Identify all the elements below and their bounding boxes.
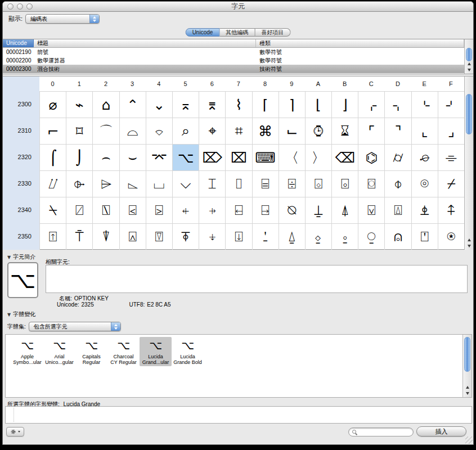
- grid-cell[interactable]: ⌯: [438, 144, 464, 170]
- grid-cell[interactable]: ⍜: [358, 223, 384, 250]
- grid-cell[interactable]: ⍞: [411, 223, 438, 250]
- grid-cell[interactable]: ⌤: [146, 144, 172, 170]
- grid-cell[interactable]: ⌿: [438, 170, 464, 197]
- grid-cell[interactable]: ⌊: [305, 91, 331, 118]
- grid-cell[interactable]: ⌮: [411, 144, 438, 170]
- grid-cell[interactable]: ⍟: [438, 223, 464, 250]
- grid-cell[interactable]: ⍃: [119, 197, 146, 223]
- grid-cell[interactable]: ⍅: [172, 197, 199, 223]
- grid-cell[interactable]: ⍏: [438, 197, 464, 223]
- grid-cell[interactable]: ⌾: [411, 170, 438, 197]
- tab-unicode[interactable]: Unicode: [186, 28, 220, 37]
- grid-cell[interactable]: ⌺: [305, 170, 331, 197]
- grid-cell[interactable]: ⌱: [66, 170, 92, 197]
- grid-cell[interactable]: ⌽: [384, 170, 411, 197]
- titlebar[interactable]: 字元: [3, 2, 473, 12]
- grid-scrollbar-thumb[interactable]: [466, 94, 472, 134]
- grid-cell[interactable]: ⌂: [92, 91, 119, 118]
- grid-cell[interactable]: ⍐: [39, 223, 66, 250]
- grid-cell[interactable]: ⌳: [119, 170, 146, 197]
- table-row[interactable]: 00002200數學運算器數學符號: [3, 56, 464, 65]
- grid-cell[interactable]: ⌲: [92, 170, 119, 197]
- column-header-0[interactable]: Unicode: [3, 39, 34, 47]
- grid-cell[interactable]: ⌠: [39, 144, 66, 170]
- grid-cell[interactable]: ⌖: [199, 118, 225, 144]
- grid-cell[interactable]: ⌉: [279, 91, 305, 118]
- insert-button[interactable]: 插入: [416, 426, 466, 436]
- grid-cell[interactable]: ⌵: [172, 170, 199, 197]
- zoom-button[interactable]: [26, 3, 33, 10]
- tab-favorites[interactable]: 喜好項目: [255, 28, 290, 37]
- grid-cell[interactable]: ⍖: [199, 223, 225, 250]
- grid-cell[interactable]: ⌧: [225, 144, 252, 170]
- grid-cell[interactable]: ⌬: [358, 144, 384, 170]
- grid-cell[interactable]: ⌆: [199, 91, 225, 118]
- grid-cell[interactable]: ⌕: [172, 118, 199, 144]
- font-list-scrollbar-thumb[interactable]: [464, 337, 470, 372]
- grid-cell[interactable]: ⌏: [438, 91, 464, 118]
- font-item[interactable]: ⌥Lucida Grande Bold: [172, 337, 204, 366]
- grid-cell[interactable]: ⌌: [358, 91, 384, 118]
- grid-cell[interactable]: ⌴: [146, 170, 172, 197]
- scroll-down-button[interactable]: [463, 390, 471, 397]
- grid-cell[interactable]: ⌐: [39, 118, 66, 144]
- scroll-down-button[interactable]: [465, 243, 473, 249]
- font-item[interactable]: ⌥Charcoal CY Regular: [107, 337, 140, 366]
- grid-cell[interactable]: 〉: [305, 144, 331, 170]
- grid-cell[interactable]: ⍊: [305, 197, 331, 223]
- close-button[interactable]: [7, 3, 14, 10]
- grid-cell[interactable]: ⍑: [66, 223, 92, 250]
- grid-cell[interactable]: ⌼: [358, 170, 384, 197]
- font-item[interactable]: ⌥Lucida Grand...ular: [140, 337, 172, 366]
- grid-cell[interactable]: ⍌: [358, 197, 384, 223]
- grid-cell[interactable]: ⌶: [199, 170, 225, 197]
- grid-cell[interactable]: ⌔: [146, 118, 172, 144]
- grid-cell[interactable]: ⌍: [384, 91, 411, 118]
- scroll-up-button[interactable]: [465, 61, 473, 67]
- view-mode-popup[interactable]: 編碼表: [25, 14, 100, 24]
- grid-cell[interactable]: ⌜: [358, 118, 384, 144]
- char-info-section-header[interactable]: ▼ 字元簡介: [7, 253, 35, 261]
- disclosure-triangle-icon[interactable]: ▼: [7, 255, 11, 260]
- grid-cell[interactable]: ⍚: [305, 223, 331, 250]
- table-row[interactable]: 00002300混合技術技術符號: [3, 65, 464, 73]
- grid-cell[interactable]: ⌡: [66, 144, 92, 170]
- grid-cell[interactable]: ⍙: [279, 223, 305, 250]
- grid-cell[interactable]: ⍘: [252, 223, 279, 250]
- grid-cell[interactable]: ⌭: [384, 144, 411, 170]
- table-scrollbar-thumb[interactable]: [466, 48, 472, 61]
- grid-cell[interactable]: ⌋: [331, 91, 358, 118]
- grid-cell[interactable]: ⍂: [92, 197, 119, 223]
- grid-cell[interactable]: ⌗: [225, 118, 252, 144]
- grid-cell[interactable]: ⍁: [66, 197, 92, 223]
- grid-cell[interactable]: ⌰: [39, 170, 66, 197]
- grid-cell[interactable]: ⌚︎: [305, 118, 331, 144]
- grid-cell[interactable]: ⌷: [225, 170, 252, 197]
- grid-cell[interactable]: ⌃: [119, 91, 146, 118]
- grid-cell[interactable]: ⌅: [172, 91, 199, 118]
- column-header-1[interactable]: 標題: [34, 39, 256, 47]
- grid-cell[interactable]: ⌟: [438, 118, 464, 144]
- grid-cell[interactable]: 〈: [279, 144, 305, 170]
- grid-cell[interactable]: ⍗: [225, 223, 252, 250]
- font-item[interactable]: ⌥Apple Symbo...ular: [11, 337, 43, 366]
- grid-cell[interactable]: ⍉: [279, 197, 305, 223]
- font-item[interactable]: ⌥Arial Unico...gular: [43, 337, 75, 366]
- scroll-up-button[interactable]: [465, 237, 473, 243]
- table-row[interactable]: 00002190箭號數學符號: [3, 48, 464, 56]
- search-input[interactable]: [357, 429, 410, 436]
- grid-cell[interactable]: ⌥: [172, 144, 199, 170]
- grid-cell[interactable]: ⍔: [146, 223, 172, 250]
- font-list-scrollbar[interactable]: [462, 335, 471, 397]
- minimize-button[interactable]: [17, 3, 23, 10]
- scroll-up-button[interactable]: [463, 384, 471, 390]
- grid-cell[interactable]: ⍒: [92, 223, 119, 250]
- grid-cell[interactable]: ⍆: [199, 197, 225, 223]
- grid-cell[interactable]: ⌸: [252, 170, 279, 197]
- column-header-2[interactable]: 種類: [256, 39, 464, 47]
- tab-other-encodings[interactable]: 其他編碼: [219, 28, 255, 37]
- grid-cell[interactable]: ⍕: [172, 223, 199, 250]
- grid-cell[interactable]: ⌈: [252, 91, 279, 118]
- disclosure-triangle-icon[interactable]: ▼: [7, 312, 11, 317]
- grid-cell[interactable]: ⌓: [119, 118, 146, 144]
